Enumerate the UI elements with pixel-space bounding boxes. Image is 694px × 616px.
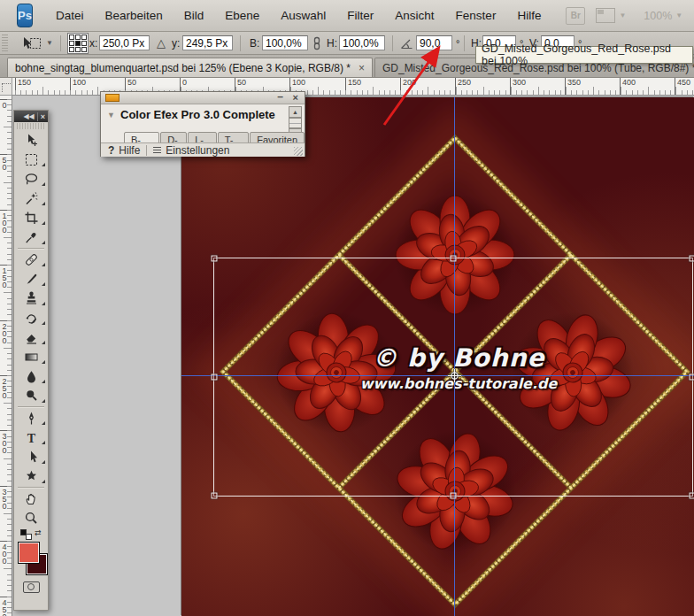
chevron-down-icon[interactable]: ▼: [675, 12, 682, 19]
resize-grip[interactable]: [294, 147, 303, 156]
menu-ansicht[interactable]: Ansicht: [384, 1, 444, 31]
height-label: H:: [327, 32, 337, 54]
history-brush-tool[interactable]: [14, 308, 48, 327]
menu-filter[interactable]: Filter: [336, 1, 384, 31]
settings-button[interactable]: Einstellungen: [166, 144, 229, 157]
photoshop-logo: Ps: [17, 4, 33, 27]
move-tool[interactable]: [14, 130, 48, 150]
gradient-tool[interactable]: [14, 347, 48, 366]
ruler-label: 150: [345, 78, 361, 96]
ruler-label: 350: [565, 78, 581, 96]
panel-title-bar[interactable]: – ×: [101, 92, 305, 104]
relative-position-toggle[interactable]: △: [157, 32, 166, 54]
healing-brush-tool[interactable]: [14, 250, 48, 269]
clone-stamp-tool[interactable]: [14, 289, 48, 308]
divider: [18, 406, 44, 407]
category-tab[interactable]: Favoriten: [250, 132, 305, 142]
ruler-label: 100: [70, 78, 86, 96]
handle-top-right[interactable]: [690, 256, 694, 262]
tool-preset-picker[interactable]: ▼: [19, 32, 58, 54]
menu-hilfe[interactable]: Hilfe: [506, 1, 551, 31]
handle-bottom-right[interactable]: [690, 493, 694, 499]
menu-fenster[interactable]: Fenster: [445, 1, 507, 31]
ruler-label: 150: [15, 78, 31, 96]
close-icon[interactable]: ×: [359, 62, 365, 74]
handle-bottom-left[interactable]: [212, 493, 218, 499]
category-tab[interactable]: T-W: [218, 132, 249, 142]
zoom-level-control[interactable]: 100%: [644, 10, 672, 22]
handle-top-center[interactable]: [451, 256, 457, 262]
menu-bearbeiten[interactable]: Bearbeiten: [94, 1, 173, 31]
drag-grip[interactable]: [17, 123, 45, 129]
minimize-button[interactable]: –: [277, 90, 283, 103]
path-selection-tool[interactable]: [14, 447, 48, 466]
foreground-color-swatch[interactable]: [18, 542, 40, 564]
magic-wand-tool[interactable]: [14, 189, 48, 208]
tools-panel-header[interactable]: ◀◀ ×: [14, 111, 48, 122]
transform-reference-point[interactable]: [447, 368, 462, 383]
dodge-tool[interactable]: [14, 386, 48, 405]
vertical-ruler[interactable]: 0 50 100 150 200 250 300 350 400 450: [0, 96, 12, 616]
nik-software-logo: [105, 94, 120, 102]
handle-top-left[interactable]: [212, 256, 218, 262]
document-tab-blumenquartet[interactable]: bohne_singtag_blumenquartet.psd bei 125%…: [7, 58, 373, 77]
ruler-label: 400: [620, 78, 636, 96]
arrange-documents-icon[interactable]: [596, 8, 615, 23]
quick-mask-button[interactable]: [14, 579, 48, 595]
shape-tool[interactable]: [14, 466, 48, 486]
chevron-down-icon[interactable]: ▼: [46, 39, 53, 47]
divider: [146, 145, 147, 156]
ruler-label: 50: [0, 154, 12, 170]
handle-mid-left[interactable]: [212, 374, 218, 381]
swap-colors-icon[interactable]: ⇄: [35, 528, 42, 537]
x-label: x:: [89, 32, 97, 54]
close-button[interactable]: ×: [293, 92, 298, 103]
tab-tooltip: GD_Misted_Gorgeous_Red_Rose.psd bei 100%: [475, 46, 693, 64]
handle-bottom-center[interactable]: [451, 493, 457, 499]
menu-ebene[interactable]: Ebene: [214, 1, 270, 31]
reference-point-locator[interactable]: [67, 32, 89, 54]
marquee-tool[interactable]: [14, 150, 48, 169]
default-background-icon: [26, 534, 32, 540]
pen-tool[interactable]: [14, 408, 48, 427]
type-tool[interactable]: T: [14, 427, 48, 447]
drag-grip[interactable]: [2, 35, 8, 52]
disclosure-triangle-icon[interactable]: ▼: [107, 111, 115, 119]
eraser-tool[interactable]: [14, 327, 48, 347]
crop-tool[interactable]: [14, 208, 48, 227]
category-tab[interactable]: L-S: [188, 132, 216, 142]
quick-mask-icon: [27, 583, 35, 590]
annotation-arrow: [375, 39, 450, 131]
ruler-origin-box[interactable]: [0, 78, 12, 96]
close-icon[interactable]: ×: [37, 112, 45, 121]
scroll-thumb[interactable]: [289, 118, 302, 128]
help-icon: ?: [108, 144, 114, 157]
x-position-field[interactable]: 250,0 Px: [99, 35, 150, 50]
default-colors-control[interactable]: ⇄: [14, 527, 48, 540]
zoom-tool[interactable]: [14, 508, 48, 527]
link-dimensions-icon[interactable]: [312, 32, 322, 54]
width-field[interactable]: 100,0%: [262, 35, 308, 50]
filter-category-tabs: B-Du D-I L-S T-W Favoriten: [124, 132, 305, 142]
panel-title: Color Efex Pro 3.0 Complete: [120, 108, 275, 121]
menu-bar: Ps Datei Bearbeiten Bild Ebene Auswahl F…: [0, 0, 694, 32]
y-label: y:: [172, 32, 180, 54]
launch-bridge-button[interactable]: Br: [566, 7, 585, 25]
menu-auswahl[interactable]: Auswahl: [270, 1, 336, 31]
brush-tool[interactable]: [14, 269, 48, 289]
menu-datei[interactable]: Datei: [45, 1, 95, 31]
chevron-down-icon[interactable]: ▼: [619, 12, 626, 19]
menu-bild[interactable]: Bild: [174, 1, 215, 31]
ruler-label: 450: [675, 78, 690, 96]
help-button[interactable]: Hilfe: [119, 144, 140, 157]
hand-tool[interactable]: [14, 489, 48, 508]
blur-tool[interactable]: [14, 366, 48, 386]
lasso-tool[interactable]: [14, 169, 48, 189]
scroll-up-button[interactable]: ▲: [289, 106, 302, 118]
collapse-icon[interactable]: ◀◀: [23, 112, 34, 120]
category-tab[interactable]: B-Du: [124, 132, 159, 142]
y-position-field[interactable]: 249,5 Px: [182, 35, 233, 50]
handle-mid-right[interactable]: [690, 374, 694, 381]
eyedropper-tool[interactable]: [14, 227, 48, 247]
category-tab[interactable]: D-I: [160, 132, 187, 142]
